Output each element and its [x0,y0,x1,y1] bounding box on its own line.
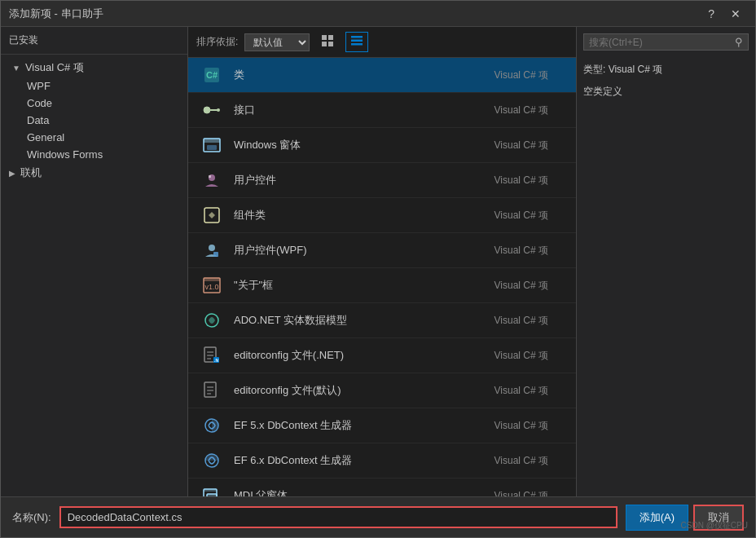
list-item[interactable]: EF 6.x DbContext 生成器 Visual C# 项 [188,443,576,478]
svg-point-9 [204,107,210,113]
list-item[interactable]: 用户控件(WPF) Visual C# 项 [188,233,576,268]
item-name: Windows 窗体 [234,138,485,152]
search-input[interactable] [589,37,732,48]
tree-label-visual-csharp: Visual C# 项 [25,60,84,75]
item-icon-adonet [200,308,224,333]
type-label: 类型: Visual C# 项 [583,62,749,77]
list-item[interactable]: Windows 窗体 Visual C# 项 [188,128,576,163]
item-category: Visual C# 项 [494,104,548,117]
installed-header: 已安装 [1,27,187,55]
item-icon-winform [200,133,224,157]
list-item[interactable]: C# 类 Visual C# 项 [188,58,576,93]
svg-rect-6 [351,43,363,46]
cancel-button[interactable]: 取消 [693,505,744,531]
middle-panel: 排序依据: 默认值 名称 类型 [188,27,576,496]
main-content: 已安装 ▼ Visual C# 项 WPF Code Data General [1,27,755,496]
type-description: 空类定义 [583,84,749,99]
svg-rect-5 [351,40,363,42]
item-name: 用户控件 [234,173,485,187]
item-name: editorconfig 文件(默认) [234,383,485,398]
item-icon-mdi [200,483,224,496]
item-category: Visual C# 项 [494,279,548,293]
item-name: "关于"框 [234,278,485,293]
item-icon-usercontrol [200,168,224,192]
svg-text:v1.0: v1.0 [204,283,218,291]
svg-rect-1 [328,35,333,40]
tree-item-visual-csharp[interactable]: ▼ Visual C# 项 [1,58,187,77]
item-icon-ef5 [200,413,224,438]
tree-area: ▼ Visual C# 项 WPF Code Data General Wind… [1,55,187,496]
svg-text:C#: C# [206,70,218,80]
toolbar-row: 排序依据: 默认值 名称 类型 [188,27,576,58]
items-list: C# 类 Visual C# 项 接口 [188,58,576,496]
item-icon-interface [200,98,224,122]
action-buttons: 添加(A) 取消 [626,505,744,531]
list-view-button[interactable] [345,32,368,52]
item-icon-ef6 [200,448,224,473]
tree-item-code[interactable]: Code [1,95,187,112]
item-category: Visual C# 项 [494,209,548,223]
name-label: 名称(N): [12,510,51,525]
item-category: Visual C# 项 [494,139,548,152]
svg-point-18 [209,245,215,251]
tree-label-general: General [27,131,64,143]
type-info: 类型: Visual C# 项 空类定义 [583,62,749,99]
expand-arrow-csharp: ▼ [12,64,20,73]
right-panel: ⚲ 类型: Visual C# 项 空类定义 [576,27,755,496]
grid-view-button[interactable] [316,32,339,52]
svg-rect-16 [209,175,211,178]
list-item[interactable]: 接口 Visual C# 项 [188,93,576,128]
item-icon-class: C# [200,63,224,87]
svg-rect-19 [213,252,218,257]
search-box: ⚲ [583,33,749,51]
list-item[interactable]: 组件类 Visual C# 项 [188,198,576,233]
svg-rect-4 [351,36,363,38]
title-bar: 添加新项 - 串口助手 ? ✕ [1,1,755,27]
item-icon-component [200,203,224,227]
dialog-title: 添加新项 - 串口助手 [9,7,103,21]
close-button[interactable]: ✕ [724,6,747,22]
item-name: 接口 [234,103,485,117]
tree-item-wpf[interactable]: WPF [1,77,187,95]
svg-rect-0 [322,35,327,40]
item-category: Visual C# 项 [494,314,548,328]
tree-item-windowsforms[interactable]: Windows Forms [1,146,187,163]
item-category: Visual C# 项 [494,454,548,468]
item-name: ADO.NET 实体数据模型 [234,313,485,328]
title-bar-controls: ? ✕ [701,6,747,22]
expand-arrow-online: ▶ [9,169,15,178]
item-name: 组件类 [234,208,485,223]
tree-label-data: Data [27,114,49,126]
list-item[interactable]: ADO.NET 实体数据模型 Visual C# 项 [188,303,576,338]
sort-label: 排序依据: [196,35,238,49]
tree-label-wpf: WPF [27,80,51,92]
list-item[interactable]: .N editorconfig 文件(.NET) Visual C# 项 [188,338,576,373]
list-item[interactable]: 用户控件 Visual C# 项 [188,163,576,198]
list-item[interactable]: MDI 父窗体 Visual C# 项 [188,478,576,496]
svg-rect-2 [322,42,327,46]
add-button[interactable]: 添加(A) [626,505,688,531]
list-item[interactable]: EF 5.x DbContext 生成器 Visual C# 项 [188,408,576,443]
tree-item-data[interactable]: Data [1,112,187,129]
tree-item-general[interactable]: General [1,129,187,146]
item-icon-about: v1.0 [200,273,224,298]
tree-item-online[interactable]: ▶ 联机 [1,163,187,183]
item-name: EF 6.x DbContext 生成器 [234,453,485,468]
svg-rect-3 [328,42,333,46]
name-input[interactable] [59,506,618,528]
item-icon-wpfcontrol [200,238,224,262]
svg-rect-21 [204,278,220,281]
item-name: EF 5.x DbContext 生成器 [234,418,485,433]
item-name: 用户控件(WPF) [234,243,485,258]
list-item[interactable]: v1.0 "关于"框 Visual C# 项 [188,268,576,303]
sort-select[interactable]: 默认值 名称 类型 [244,33,310,51]
item-icon-editorconfig: .N [200,343,224,368]
item-category: Visual C# 项 [494,174,548,187]
svg-text:.N: .N [214,358,218,363]
help-button[interactable]: ? [701,6,721,22]
bottom-bar: 名称(N): 添加(A) 取消 [1,496,755,537]
item-name: editorconfig 文件(.NET) [234,348,485,363]
item-category: Visual C# 项 [494,68,548,82]
list-item[interactable]: editorconfig 文件(默认) Visual C# 项 [188,373,576,408]
item-category: Visual C# 项 [494,384,548,398]
